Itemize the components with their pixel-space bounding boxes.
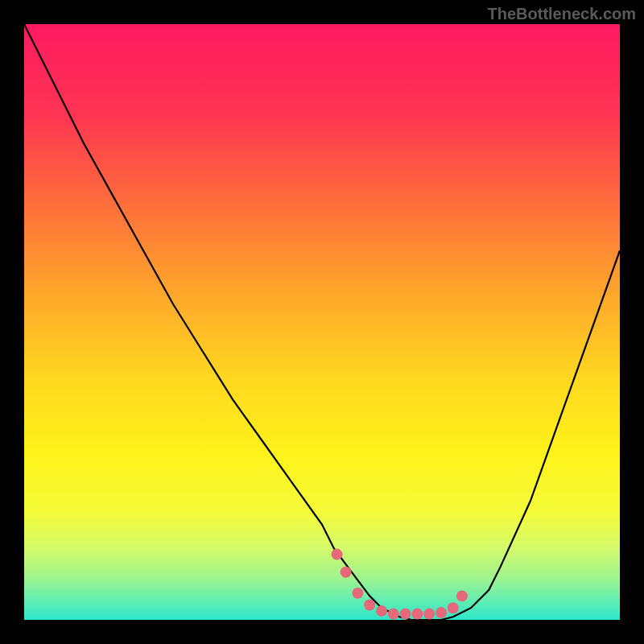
marker-dot: [400, 609, 411, 620]
marker-dot: [332, 549, 343, 560]
marker-dot: [456, 590, 468, 601]
gradient-background: [24, 24, 620, 620]
marker-dot: [376, 605, 387, 617]
marker-dot: [448, 602, 459, 613]
marker-dot: [423, 609, 435, 620]
marker-dot: [436, 607, 447, 618]
marker-dot: [388, 609, 399, 620]
chart-svg: [24, 24, 620, 620]
marker-dot: [364, 600, 375, 611]
marker-dot: [352, 588, 363, 599]
marker-dot: [341, 567, 352, 578]
marker-dot: [411, 609, 423, 620]
chart-container: [24, 24, 620, 620]
watermark-text: TheBottleneck.com: [488, 5, 636, 23]
